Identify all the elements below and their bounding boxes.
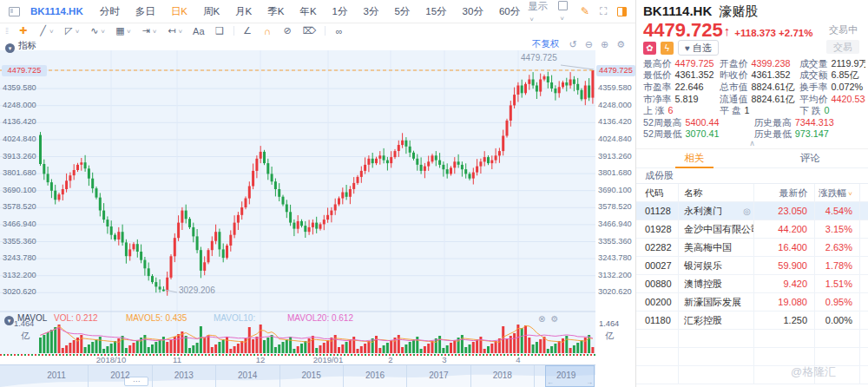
move-tool[interactable]: ✚ xyxy=(18,25,28,36)
stock-code: 00200 xyxy=(636,293,679,311)
x-axis-date-label: 3 xyxy=(442,355,446,364)
chart-header-icons: ↺⊖⊕⚙ xyxy=(569,39,625,50)
magnet-tool[interactable]: ∩ xyxy=(263,26,273,36)
stock-row-01180[interactable]: 01180汇彩控股1.2500.00% xyxy=(636,312,868,330)
timeframe-3分[interactable]: 3分 xyxy=(364,5,379,18)
up-arrow-icon: ↑ xyxy=(724,22,731,41)
stock-row-00200[interactable]: 00200新濠国际发展19.0800.95% xyxy=(636,293,868,312)
draw-icon[interactable]: ✎ xyxy=(581,5,589,17)
stock-pct: 2.63% xyxy=(815,239,860,256)
close-indicator-icon[interactable]: ⊗ xyxy=(538,314,545,324)
y-axis-label-right: 3466.940 xyxy=(598,220,632,228)
toolbar-grip[interactable]: ⁞⁞ xyxy=(5,27,8,36)
stock-name: 澳博控股 xyxy=(679,275,754,292)
timeframe-多日[interactable]: 多日 xyxy=(135,5,155,18)
volume-unit-right: 亿 xyxy=(605,330,614,342)
x-axis-date-label: 11 xyxy=(173,355,181,364)
indicator-button[interactable]: ▾指标 xyxy=(5,36,36,53)
column-header[interactable]: 名称 xyxy=(679,184,754,201)
column-header[interactable]: 涨跌幅˅ xyxy=(815,184,860,201)
undo-icon[interactable]: ↺ xyxy=(569,39,576,50)
add-watchlist-button[interactable]: ♥ 自选 xyxy=(678,40,719,56)
timeframe-分时[interactable]: 分时 xyxy=(100,5,120,18)
range-handle-right[interactable]: → xyxy=(586,378,593,386)
extend-left-tool[interactable]: ↤˅ xyxy=(167,25,182,36)
timeframe-周K[interactable]: 周K xyxy=(203,5,220,18)
stock-name: 新濠国际发展 xyxy=(679,293,754,311)
chart-column: BK1114.HK 分时多日日K周K月K季K年K1分3分5分15分30分60分 … xyxy=(0,0,635,387)
stock-row-01928[interactable]: 01928金沙中国有限公司44.2003.15% xyxy=(636,220,868,239)
tab-相关[interactable]: 相关 xyxy=(636,149,753,167)
chart-style-menu[interactable]: ˅ xyxy=(558,1,570,23)
extend-right-tool[interactable]: ⇥˅ xyxy=(141,25,157,36)
stats-row: 最高价4479.725开盘价4399.238成交量2119.9万 xyxy=(643,58,866,70)
current-price-axis-chip-left: 4479.725 xyxy=(2,65,47,76)
stock-price: 59.900 xyxy=(754,257,815,274)
settings-icon[interactable]: ⚙ xyxy=(616,39,625,50)
timeframe-季K[interactable]: 季K xyxy=(267,5,284,18)
stat-label: 上 涨 xyxy=(643,105,665,117)
stat-label: 市盈率 xyxy=(643,82,671,94)
right-panel-toggle-icon[interactable] xyxy=(617,7,627,16)
shape-tool[interactable]: ◸˅ xyxy=(64,25,80,36)
hide-drawings-tool[interactable]: ⊘ xyxy=(283,25,293,36)
timeframe-list: 分时多日日K周K月K季K年K1分3分5分15分30分60分 xyxy=(92,5,528,18)
column-header[interactable]: 代码 xyxy=(636,184,679,201)
y-axis-label-left: 4248.000 xyxy=(3,101,36,109)
timeframe-30分[interactable]: 30分 xyxy=(463,5,483,18)
y-axis-label-left: 3466.940 xyxy=(3,220,36,228)
hk-market-badge: ✿ xyxy=(643,42,656,55)
window-icon[interactable] xyxy=(9,7,20,16)
zoom-out-icon[interactable]: ⊖ xyxy=(585,39,593,50)
range-handle-left[interactable]: ← xyxy=(547,378,554,386)
zoom-in-icon[interactable]: ⊕ xyxy=(601,39,608,50)
timeframe-年K[interactable]: 年K xyxy=(299,5,316,18)
timeframe-60分[interactable]: 60分 xyxy=(499,5,520,18)
stat-value: 1 xyxy=(745,105,750,117)
y-axis-label-left: 3020.620 xyxy=(3,287,36,296)
text-tool[interactable]: Aa xyxy=(193,26,204,36)
display-menu[interactable]: 显示˅ xyxy=(528,0,548,23)
volume-pane-icons: ⊗ ⚙ xyxy=(538,314,558,324)
stock-code: 00027 xyxy=(636,257,679,274)
column-header[interactable]: 最新价 xyxy=(754,184,815,201)
candlestick-chart-svg[interactable] xyxy=(0,50,635,354)
adjust-mode-link[interactable]: 不复权 xyxy=(532,38,560,50)
delete-drawings-tool[interactable]: ⌦ xyxy=(303,25,317,36)
current-price-axis-chip-right: 4479.725 xyxy=(596,65,635,76)
stock-row-00880[interactable]: 00880澳博控股9.4201.51% xyxy=(636,275,868,293)
y-axis-label-right: 3690.100 xyxy=(598,186,632,194)
quote-name-row: BK1114.HK 濠赌股 xyxy=(643,3,758,20)
stats-row: 52周最高5400.44历史最高7344.313 xyxy=(643,117,866,129)
table-header: 代码名称最新价涨跌幅˅ xyxy=(636,184,868,202)
last-price: 4479.725 xyxy=(643,20,723,41)
x-axis-date-label: 2018/10 xyxy=(96,355,126,364)
stock-row-00027[interactable]: 00027银河娱乐59.9001.78% xyxy=(636,257,868,275)
stock-row-01128[interactable]: 01128永利澳门◎23.0504.54% xyxy=(636,202,868,220)
y-axis-label-left: 3355.360 xyxy=(3,237,36,246)
link-charts-tool[interactable]: ∞ xyxy=(334,26,344,36)
stock-row-02282[interactable]: 02282美高梅中国16.4002.63% xyxy=(636,239,868,257)
mavol5-label: MAVOL5: 0.435 xyxy=(126,313,187,323)
mavol10-label: MAVOL10: xyxy=(214,313,255,323)
y-axis-label-right: 3243.780 xyxy=(598,253,632,262)
fullscreen-icon[interactable]: ⛶ xyxy=(600,5,607,17)
timeline-navigator[interactable]: ← → ⋯ 2011201220132014201520162017201820… xyxy=(0,364,595,387)
tab-评论[interactable]: 评论 xyxy=(753,149,868,167)
comment-tool[interactable]: ❑ xyxy=(215,25,225,36)
timeframe-日K[interactable]: 日K xyxy=(171,5,187,18)
timeframe-月K[interactable]: 月K xyxy=(235,5,252,18)
wave-tool[interactable]: ∿˅ xyxy=(89,25,105,36)
indicator-settings-icon[interactable]: ⚙ xyxy=(550,314,558,324)
y-axis-label-left: 3690.100 xyxy=(3,186,36,194)
stock-code: 01928 xyxy=(636,220,679,238)
pattern-tool[interactable]: ▦˅ xyxy=(115,25,131,36)
trendline-tool[interactable]: ╱˅ xyxy=(38,25,54,36)
collapse-stats-button[interactable]: ∧ xyxy=(636,139,868,148)
timeframe-1分[interactable]: 1分 xyxy=(332,5,348,18)
timeframe-15分[interactable]: 15分 xyxy=(425,5,446,18)
trade-button[interactable]: 交易 xyxy=(826,40,859,54)
angle-tool[interactable]: ∠ xyxy=(243,25,253,36)
vol-label: VOL: 0.212 xyxy=(54,313,98,323)
timeframe-5分[interactable]: 5分 xyxy=(394,5,410,18)
